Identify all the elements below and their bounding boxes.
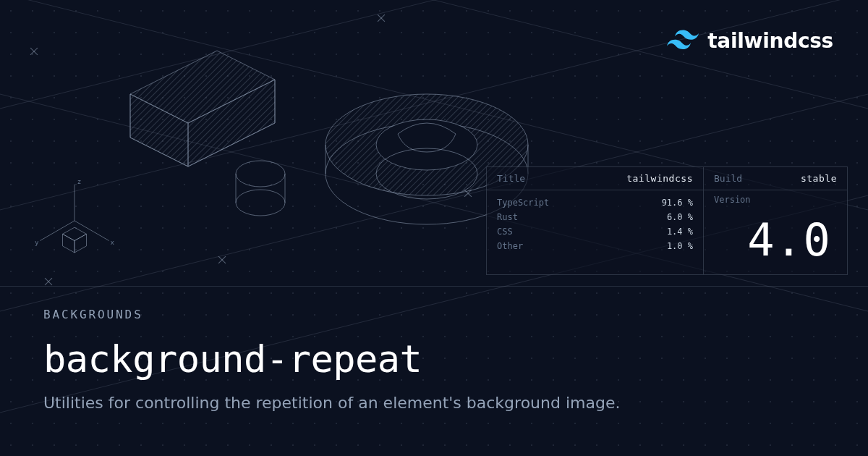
brand-name: tailwindcss — [707, 29, 833, 53]
panel-version-label: Version — [704, 190, 847, 205]
horizontal-divider — [0, 286, 868, 287]
panel-title-row: Title tailwindcss — [487, 167, 703, 190]
language-row: Rust 6.0 % — [497, 212, 693, 222]
language-row: TypeScript 91.6 % — [497, 198, 693, 208]
language-row: CSS 1.4 % — [497, 227, 693, 237]
panel-title-label: Title — [497, 173, 525, 184]
svg-point-13 — [236, 161, 285, 187]
panel-version-value: 4.0 — [747, 214, 831, 266]
svg-marker-8 — [130, 51, 275, 166]
language-breakdown: TypeScript 91.6 % Rust 6.0 % CSS 1.4 % O… — [487, 190, 703, 257]
axis-y-label: y — [35, 238, 39, 246]
svg-point-19 — [376, 119, 477, 170]
svg-marker-26 — [63, 227, 87, 240]
tailwind-logo-icon — [667, 30, 699, 53]
svg-marker-28 — [63, 234, 75, 253]
metadata-panel: Title tailwindcss TypeScript 91.6 % Rust… — [486, 166, 848, 275]
panel-title-value: tailwindcss — [626, 173, 693, 184]
language-row: Other 1.0 % — [497, 241, 693, 251]
axis-indicator: z x y — [35, 181, 114, 261]
page-description: Utilities for controlling the repetition… — [43, 394, 825, 412]
page-title: background-repeat — [43, 337, 825, 381]
panel-build-label: Build — [714, 173, 742, 184]
svg-marker-27 — [75, 234, 87, 253]
page-content: BACKGROUNDS background-repeat Utilities … — [43, 308, 825, 412]
panel-build-row: Build stable — [704, 167, 847, 190]
svg-point-14 — [236, 190, 285, 216]
brand-logo: tailwindcss — [667, 29, 833, 53]
page-category: BACKGROUNDS — [43, 308, 825, 321]
axis-x-label: x — [111, 238, 115, 246]
panel-build-value: stable — [801, 173, 837, 184]
axis-z-label: z — [77, 177, 82, 185]
